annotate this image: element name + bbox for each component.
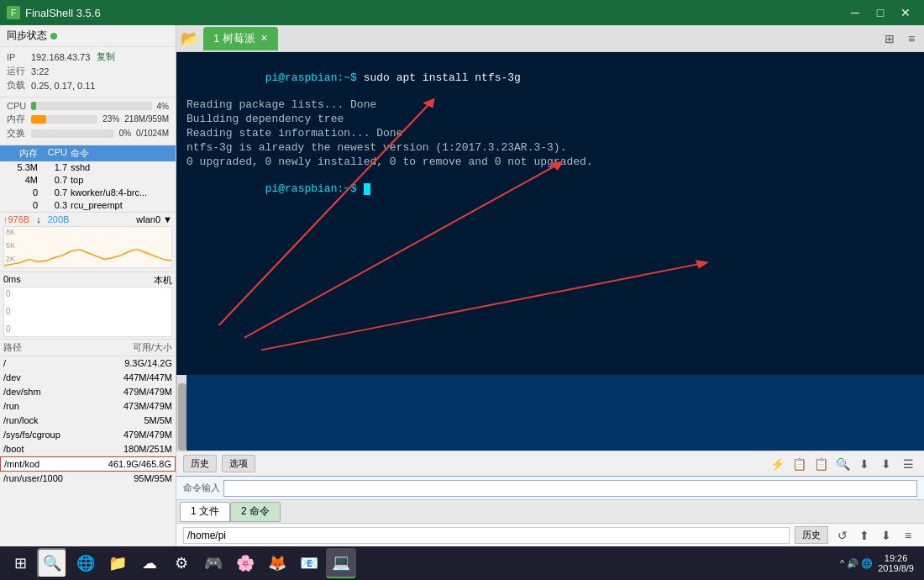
- network-graph: 8K 5K 2K: [3, 226, 172, 268]
- options-button[interactable]: 选项: [222, 455, 255, 472]
- minimize-button[interactable]: ─: [843, 4, 867, 21]
- taskbar-settings[interactable]: ⚙: [166, 548, 197, 578]
- mem-percent: 23%: [102, 114, 119, 124]
- disk-section: 路径 可用/大小 / 9.3G/14.2G /dev 447M/447M /de…: [0, 340, 176, 546]
- path-history-button[interactable]: 历史: [795, 526, 828, 544]
- taskbar-clock: 19:26 2019/8/9: [878, 553, 914, 573]
- disk-row-5[interactable]: /sys/fs/cgroup 479M/479M: [0, 428, 176, 442]
- terminal-line-3: Reading state information... Done: [186, 127, 914, 140]
- path-input[interactable]: [183, 527, 790, 544]
- disk-row-0[interactable]: / 9.3G/14.2G: [0, 356, 176, 371]
- lightning-icon-btn[interactable]: ⚡: [768, 455, 786, 473]
- copy-button[interactable]: 复制: [97, 50, 115, 63]
- net-interface[interactable]: wlan0 ▼: [136, 214, 172, 224]
- disk-row-3[interactable]: /run 473M/479M: [0, 399, 176, 414]
- uptime-value: 3:22: [31, 66, 49, 76]
- scrollbar-thumb[interactable]: [178, 383, 186, 451]
- file-tab[interactable]: 1 文件: [180, 502, 230, 522]
- taskbar-tray: ^ 🔊 🌐: [840, 558, 873, 569]
- taskbar-apps: 🌐 📁 ☁ ⚙ 🎮 🌸 🦊 📧 💻: [71, 548, 356, 578]
- cpu-bar-fill: [31, 102, 36, 110]
- path-upload-btn[interactable]: ⬆: [855, 526, 874, 545]
- file-tab-label: 1 文件: [191, 504, 219, 519]
- terminal-scrollbar[interactable]: [176, 375, 186, 451]
- maximize-button[interactable]: □: [869, 4, 892, 21]
- taskbar-edge[interactable]: 🌐: [71, 548, 101, 578]
- terminal-line-2: Building dependency tree: [186, 113, 914, 125]
- proc-row-3[interactable]: 0 0.3 rcu_preempt: [0, 199, 176, 212]
- history-button[interactable]: 历史: [183, 455, 217, 472]
- latency-graph: 0 0 0: [3, 287, 172, 337]
- terminal-line-5: 0 upgraded, 0 newly installed, 0 to remo…: [186, 156, 914, 168]
- taskbar-firefox[interactable]: 🦊: [262, 548, 292, 578]
- mem-bar: [31, 115, 97, 124]
- sync-status-label: 同步状态: [7, 29, 47, 43]
- input-label: 命令输入: [183, 482, 220, 494]
- disk-row-2[interactable]: /dev/shm 479M/479M: [0, 385, 176, 399]
- cmd-tab-label: 2 命令: [241, 504, 270, 519]
- folder-icon: 📂: [180, 29, 200, 49]
- taskbar-search[interactable]: 🔍: [37, 548, 67, 578]
- connection-info: IP 192.168.43.73 复制 运行 3:22 负载 0.25, 0.1…: [0, 47, 176, 98]
- proc-cmd-3: rcu_preempt: [71, 200, 172, 210]
- copy2-icon-btn[interactable]: 📋: [811, 455, 830, 473]
- mem-used: 218M/959M: [124, 114, 169, 124]
- proc-row-1[interactable]: 4M 0.7 top: [0, 174, 176, 187]
- close-button[interactable]: ✕: [894, 4, 917, 21]
- mem-bar-fill: [31, 115, 46, 124]
- taskbar-files[interactable]: 📁: [102, 548, 133, 578]
- network-section: ↑976B ↓ 200B wlan0 ▼ 8K 5K 2K: [0, 212, 176, 272]
- path-refresh-btn[interactable]: ↺: [833, 526, 852, 545]
- menu-icon-btn[interactable]: ☰: [899, 455, 917, 473]
- search-icon-btn[interactable]: 🔍: [833, 455, 852, 473]
- tab-close-0[interactable]: ✕: [260, 33, 268, 44]
- proc-row-0[interactable]: 5.3M 1.7 sshd: [0, 161, 176, 174]
- terminal-line-4: ntfs-3g is already the newest version (1…: [186, 141, 914, 154]
- grid-view-button[interactable]: ⊞: [880, 29, 899, 48]
- app-icon: F: [7, 6, 20, 19]
- net-upload: ↑976B: [3, 214, 29, 224]
- path-download-btn[interactable]: ⬇: [877, 526, 895, 545]
- terminal[interactable]: pi@raspbian:~$ sudo apt install ntfs-3g …: [176, 52, 924, 375]
- proc-header-mem: 内存: [3, 147, 41, 160]
- path-menu-btn[interactable]: ≡: [899, 526, 917, 545]
- disk-header: 路径 可用/大小: [0, 340, 176, 356]
- cmd-tab[interactable]: 2 命令: [230, 502, 281, 522]
- command-input[interactable]: [223, 480, 917, 497]
- uptime-label: 运行: [7, 65, 28, 77]
- taskbar-game[interactable]: 🎮: [198, 548, 228, 578]
- terminal-cursor: [364, 183, 370, 195]
- taskbar-time: 19:26: [878, 553, 914, 563]
- copy1-icon-btn[interactable]: 📋: [790, 455, 808, 473]
- terminal-tab-0[interactable]: 1 树莓派 ✕: [203, 27, 278, 50]
- swap-bar: [31, 129, 114, 138]
- disk-row-6[interactable]: /boot 180M/251M: [0, 442, 176, 456]
- dl2-icon-btn[interactable]: ⬇: [877, 455, 895, 473]
- proc-header-cmd: 命令: [71, 147, 172, 160]
- disk-row-7[interactable]: /mnt/kod 461.9G/465.8G: [0, 456, 176, 472]
- taskbar-cloud[interactable]: ☁: [134, 548, 165, 578]
- tab-bar: 📂 1 树莓派 ✕ ⊞ ≡: [176, 25, 924, 52]
- disk-row-4[interactable]: /run/lock 5M/5M: [0, 414, 176, 428]
- process-table: 5.3M 1.7 sshd 4M 0.7 top 0 0.7 kworker/u…: [0, 161, 176, 212]
- proc-mem-1: 4M: [3, 175, 41, 185]
- dl1-icon-btn[interactable]: ⬇: [855, 455, 874, 473]
- disk-row-8[interactable]: /run/user/1000 95M/95M: [0, 472, 176, 486]
- start-button[interactable]: ⊞: [3, 546, 37, 580]
- taskbar-flower[interactable]: 🌸: [230, 548, 260, 578]
- taskbar-mail[interactable]: 📧: [294, 548, 324, 578]
- load-value: 0.25, 0.17, 0.11: [31, 81, 95, 91]
- left-panel: 同步状态 IP 192.168.43.73 复制 运行 3:22 负载 0.25…: [0, 25, 176, 546]
- terminal-line-6: pi@raspbian:~$: [186, 170, 914, 208]
- net-download: 200B: [48, 214, 70, 224]
- proc-header-cpu: CPU: [41, 147, 71, 160]
- disk-row-1[interactable]: /dev 447M/447M: [0, 371, 176, 385]
- window-controls: ─ □ ✕: [843, 4, 917, 21]
- list-view-button[interactable]: ≡: [902, 29, 921, 48]
- taskbar-terminal[interactable]: 💻: [326, 548, 356, 578]
- latency-value: 0ms: [3, 274, 21, 287]
- proc-row-2[interactable]: 0 0.7 kworker/u8:4-brc...: [0, 187, 176, 199]
- tab-actions: ⊞ ≡: [880, 29, 921, 48]
- swap-label: 交换: [7, 127, 28, 140]
- latency-section: 0ms 本机 0 0 0: [0, 272, 176, 340]
